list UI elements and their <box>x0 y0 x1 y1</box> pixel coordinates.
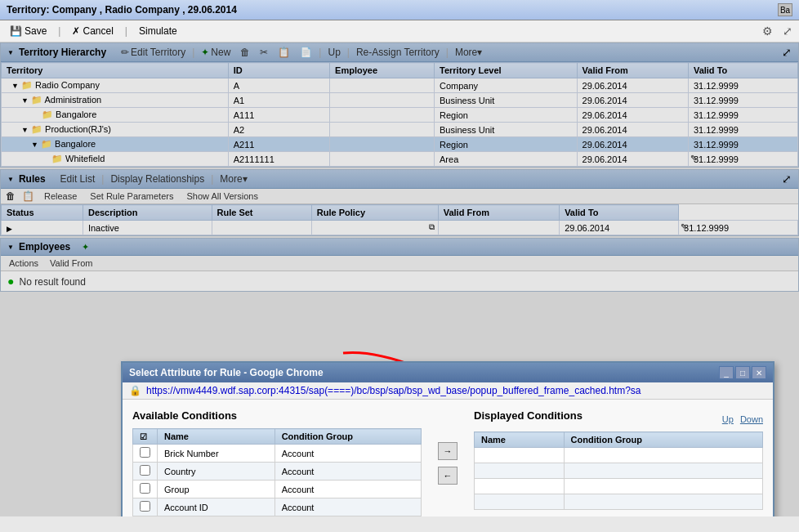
displayed-conditions-panel: Displayed Conditions Up Down Name Condit… <box>474 409 763 516</box>
cancel-icon: ✗ <box>72 25 80 37</box>
popup-close-button[interactable]: ✕ <box>752 366 766 379</box>
avail-name: Group <box>158 481 275 498</box>
select-attribute-popup: Select Attribute for Rule - Google Chrom… <box>121 361 774 516</box>
settings-icon[interactable]: ⚙ <box>762 25 773 38</box>
avail-name: Country <box>158 463 275 481</box>
avail-checkbox[interactable] <box>133 481 158 498</box>
simulate-button[interactable]: Simulate <box>136 24 181 38</box>
col-avail-group: Condition Group <box>275 429 421 445</box>
transfer-buttons: → ← <box>435 409 461 516</box>
updown-row: Displayed Conditions Up Down <box>474 409 763 428</box>
popup-title: Select Attribute for Rule - Google Chrom… <box>129 367 324 378</box>
save-button[interactable]: 💾 Save <box>7 24 50 38</box>
table-row <box>475 494 763 510</box>
avail-group: Account <box>275 445 421 463</box>
popup-minimize-button[interactable]: _ <box>719 366 734 379</box>
table-row <box>475 479 763 494</box>
avail-name: Brick Number <box>158 445 275 463</box>
avail-checkbox[interactable] <box>133 445 158 463</box>
col-avail-name: Name <box>158 429 275 445</box>
popup-controls: _ □ ✕ <box>719 366 766 379</box>
checkbox-icon: ☑ <box>140 432 147 441</box>
avail-group: Account <box>275 463 421 481</box>
available-conditions-table: ☑ Name Condition Group Brick Number Acco… <box>132 428 422 516</box>
displayed-conditions-header: Name Condition Group <box>475 432 763 448</box>
avail-checkbox[interactable] <box>133 463 158 481</box>
col-disp-name: Name <box>475 432 565 448</box>
table-row <box>475 448 763 463</box>
row-checkbox[interactable] <box>140 483 150 494</box>
main-toolbar: 💾 Save | ✗ Cancel | Simulate ⚙ ⤢ <box>0 20 799 42</box>
expand-icon[interactable]: ⤢ <box>783 25 792 38</box>
sep1: | <box>58 25 60 37</box>
avail-group: Account <box>275 498 421 516</box>
transfer-right-button[interactable]: → <box>438 442 458 460</box>
row-checkbox[interactable] <box>140 447 150 458</box>
table-row <box>475 463 763 479</box>
available-conditions-header: ☑ Name Condition Group <box>133 429 422 445</box>
avail-group: Account <box>275 481 421 498</box>
popup-body: Available Conditions ☑ Name Condition Gr… <box>132 409 763 516</box>
displayed-conditions-table: Name Condition Group <box>474 431 763 510</box>
window-title: Territory: Company , Radio Company , 29.… <box>7 4 237 16</box>
table-row[interactable]: Brick Number Account <box>133 445 422 463</box>
displayed-conditions-title: Displayed Conditions <box>474 409 583 422</box>
up-condition-button[interactable]: Up <box>722 409 734 428</box>
available-conditions-panel: Available Conditions ☑ Name Condition Gr… <box>132 409 422 516</box>
avail-checkbox[interactable] <box>133 498 158 516</box>
col-disp-group: Condition Group <box>564 432 762 448</box>
table-row[interactable]: Group Account <box>133 481 422 498</box>
back-button[interactable]: Ba <box>778 3 792 16</box>
lock-icon: 🔒 <box>129 385 141 396</box>
cancel-button[interactable]: ✗ Cancel <box>69 24 116 38</box>
save-icon: 💾 <box>10 25 22 37</box>
down-condition-button[interactable]: Down <box>740 409 763 428</box>
table-row[interactable]: Account ID Account <box>133 498 422 516</box>
popup-titlebar: Select Attribute for Rule - Google Chrom… <box>123 363 773 382</box>
title-bar: Territory: Company , Radio Company , 29.… <box>0 0 799 20</box>
sep2: | <box>125 25 127 37</box>
title-bar-buttons: Ba <box>778 3 792 16</box>
table-row[interactable]: Country Account <box>133 463 422 481</box>
popup-url-bar: 🔒 https://vmw4449.wdf.sap.corp:44315/sap… <box>123 382 773 400</box>
main-content: ▼ Territory Hierarchy ✏ Edit Territory |… <box>0 42 799 516</box>
available-conditions-title: Available Conditions <box>132 409 422 422</box>
transfer-left-button[interactable]: ← <box>438 467 458 485</box>
popup-restore-button[interactable]: □ <box>735 366 750 379</box>
col-checkbox: ☑ <box>133 429 158 445</box>
row-checkbox[interactable] <box>140 501 150 512</box>
avail-name: Account ID <box>158 498 275 516</box>
popup-url: https://vmw4449.wdf.sap.corp:44315/sap(=… <box>146 385 641 396</box>
popup-content: Available Conditions ☑ Name Condition Gr… <box>123 400 773 516</box>
row-checkbox[interactable] <box>140 465 150 476</box>
